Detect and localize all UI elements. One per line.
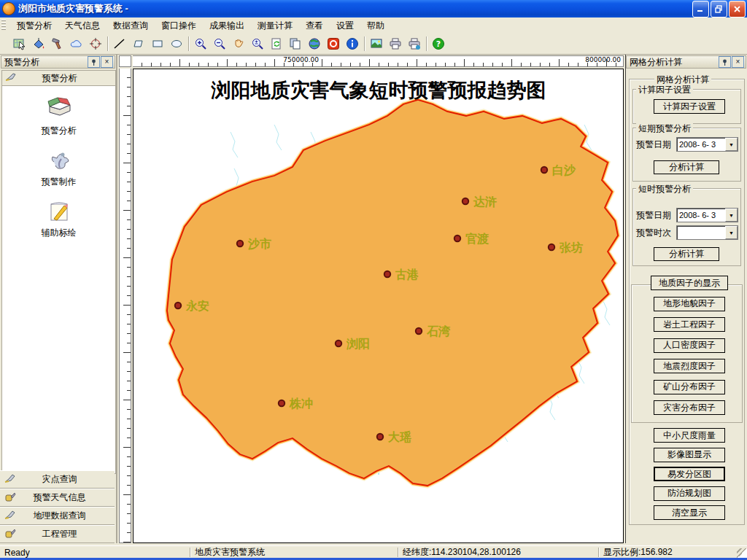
city-label: 古港 [395,268,419,281]
sidebar-item-0[interactable]: 灾点查询 [0,470,115,489]
rectangle-icon[interactable] [148,34,167,53]
city-dot-icon [454,236,460,241]
horizontal-ruler: 750000.00 800000.00 [133,55,624,67]
menu-item-2[interactable]: 数据查询 [107,18,155,34]
globe-icon[interactable] [305,34,324,53]
image-icon[interactable] [367,34,386,53]
short-term-analyze-button[interactable]: 分析计算 [654,160,719,174]
short-term-label: 短期预警分析 [636,122,693,135]
paint-icon[interactable] [29,34,48,53]
short-time-analyze-button[interactable]: 分析计算 [654,247,719,261]
short-term-date-combo[interactable]: 2008- 6- 3 ▼ [676,137,738,152]
city-dot-icon [541,167,547,173]
tool-item-1[interactable]: 预警制作 [2,147,115,188]
close-icon[interactable]: × [101,56,113,68]
city-dot-icon [384,271,390,277]
display-button-3[interactable]: 防治规划图 [654,486,725,501]
right-panel-titlebar: 网格分析计算 × [626,55,746,69]
display-button-4[interactable]: 清空显示 [654,505,725,520]
status-bar: Ready 地质灾害预警系统 经纬度:114.230104,28.100126 … [0,545,747,559]
short-time-date-combo[interactable]: 2008- 6- 3 ▼ [676,208,738,222]
city-dot-icon [549,244,554,250]
city-label: 张坊 [559,241,583,254]
short-time-times-row: 预警时次 ▼ [636,225,738,240]
menu-item-7[interactable]: 设置 [330,18,360,34]
city-label: 石湾 [426,324,451,338]
info-icon[interactable] [343,34,362,53]
crosshair-icon[interactable] [86,34,105,53]
menu-grip[interactable] [1,20,6,31]
menu-item-4[interactable]: 成果输出 [203,18,251,34]
print-icon[interactable] [386,34,405,53]
chevron-down-icon[interactable]: ▼ [725,209,738,222]
factor-button-3[interactable]: 人口密度因子 [654,338,725,353]
city-dot-icon [279,400,285,406]
menu-item-8[interactable]: 帮助 [360,18,391,34]
annotate-icon [45,198,73,225]
layers-icon[interactable] [286,34,305,53]
warning-analysis-panel: 预警分析 × 预警分析 预警分析预警制作辅助标绘 灾点查询预警天气信息地理数据查… [0,55,117,543]
stop-icon[interactable] [324,34,343,53]
chevron-down-icon[interactable]: ▼ [725,138,738,151]
minimize-button[interactable] [692,1,709,18]
menu-item-1[interactable]: 天气信息 [58,18,107,34]
close-button[interactable] [729,1,746,18]
sidebar-item-1[interactable]: 预警天气信息 [0,489,115,507]
short-time-date-row: 预警日期 2008- 6- 3 ▼ [636,208,738,222]
city-dot-icon [462,198,468,204]
polygon-icon[interactable] [129,34,148,53]
short-time-times-combo[interactable]: ▼ [676,225,738,240]
pin-icon[interactable] [719,56,731,68]
window-title: 浏阳市地质灾害预警系统 - [18,2,692,15]
help-icon[interactable]: ? [429,34,448,53]
close-icon[interactable]: × [732,56,744,68]
pen-icon [5,73,17,84]
map-canvas[interactable]: 白沙达浒官渡张坊沙市古港永安石湾浏阳株冲大瑶 浏阳地质灾害气象短时预警预报趋势图 [133,69,624,543]
factor-button-6[interactable]: 灾害分布因子 [654,400,725,415]
factor-button-4[interactable]: 地震烈度因子 [654,359,725,373]
display-button-1[interactable]: 影像图显示 [654,448,725,462]
title-bar[interactable]: 浏阳市地质灾害预警系统 - [0,0,747,18]
refresh-icon[interactable] [267,34,286,53]
restore-button[interactable] [711,1,727,18]
zoom-in-icon[interactable] [191,34,210,53]
factor-button-1[interactable]: 地形地貌因子 [654,297,725,311]
hammer-icon[interactable] [48,34,67,53]
factor-setting-button[interactable]: 计算因子设置 [654,99,725,114]
pan-icon[interactable] [229,34,248,53]
factor-button-0[interactable]: 地质因子的显示 [651,276,728,290]
resize-grip[interactable] [737,548,747,559]
menu-item-6[interactable]: 查看 [299,18,330,34]
cloud-icon[interactable] [67,34,86,53]
factor-button-5[interactable]: 矿山分布因子 [654,380,725,394]
ruler-corner [119,55,131,67]
short-term-date-value: 2008- 6- 3 [677,140,725,149]
short-term-date-row: 预警日期 2008- 6- 3 ▼ [636,137,738,152]
menu-item-5[interactable]: 测量计算 [251,18,299,34]
svg-text:?: ? [436,39,441,49]
city-label: 浏阳 [346,338,370,350]
left-panel-header[interactable]: 预警分析 [2,71,115,86]
menu-item-0[interactable]: 预警分析 [10,18,58,34]
display-button-2[interactable]: 易发分区图 [654,467,725,481]
tool-item-2[interactable]: 辅助标绘 [2,198,115,239]
menu-bar: 预警分析天气信息数据查询窗口操作成果输出测量计算查看设置帮助 [0,18,747,34]
pin-icon[interactable] [88,56,100,68]
factor-button-2[interactable]: 岩土工程因子 [654,317,725,332]
tool-item-0[interactable]: 预警分析 [2,96,115,137]
print-setup-icon[interactable] [405,34,424,53]
right-panel-title: 网格分析计算 [630,56,718,69]
display-button-0[interactable]: 中小尺度雨量 [654,428,725,443]
map-select-icon[interactable] [10,34,29,53]
line-icon[interactable] [110,34,129,53]
chevron-down-icon[interactable]: ▼ [725,226,738,239]
sidebar-item-label: 地理数据查询 [19,510,100,522]
short-time-date-value: 2008- 6- 3 [677,211,725,219]
sidebar-item-2[interactable]: 地理数据查询 [0,507,115,525]
sidebar-item-3[interactable]: 工程管理 [0,525,115,543]
zoom-extent-icon[interactable] [248,34,267,53]
left-panel-bottom-bars: 灾点查询预警天气信息地理数据查询工程管理 [0,470,115,543]
zoom-out-icon[interactable] [210,34,229,53]
menu-item-3[interactable]: 窗口操作 [155,18,203,34]
ellipse-icon[interactable] [167,34,186,53]
